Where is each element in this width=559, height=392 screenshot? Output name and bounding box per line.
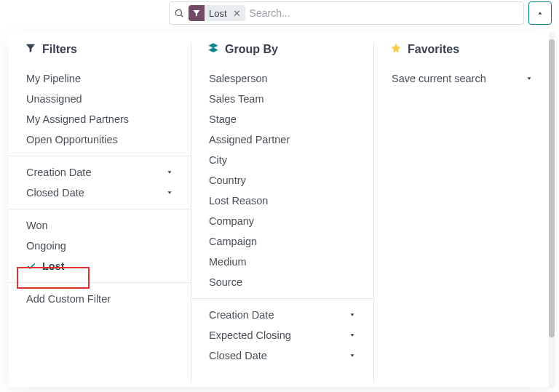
facet-remove-icon[interactable]: ✕ <box>231 9 245 18</box>
search-icon <box>174 8 184 18</box>
filter-my-assigned-partners[interactable]: My Assigned Partners <box>25 109 175 129</box>
add-custom-filter[interactable]: Add Custom Filter <box>25 289 175 309</box>
groupby-country[interactable]: Country <box>207 170 357 191</box>
svg-line-1 <box>181 15 183 17</box>
svg-point-0 <box>175 9 181 15</box>
collapse-search-panel-button[interactable] <box>528 1 552 25</box>
filter-my-pipeline[interactable]: My Pipeline <box>25 68 175 89</box>
search-input[interactable] <box>250 7 519 19</box>
search-facet-lost[interactable]: Lost ✕ <box>189 5 245 21</box>
search-bar[interactable]: Lost ✕ <box>169 1 524 25</box>
groupby-city[interactable]: City <box>207 150 357 170</box>
groupby-expected-closing[interactable]: Expected Closing <box>207 325 357 345</box>
divider <box>9 282 191 283</box>
favorites-header: Favorites <box>390 41 534 58</box>
scrollbar[interactable] <box>547 31 555 387</box>
chevron-down-icon <box>166 187 173 199</box>
search-options-panel: Filters My Pipeline Unassigned My Assign… <box>9 31 550 387</box>
filter-icon <box>25 42 36 57</box>
filter-won[interactable]: Won <box>25 215 175 236</box>
groupby-creation-date[interactable]: Creation Date <box>207 305 357 325</box>
groupby-medium[interactable]: Medium <box>207 252 357 272</box>
groupby-company[interactable]: Company <box>207 211 357 231</box>
groupby-lost-reason[interactable]: Lost Reason <box>207 191 357 211</box>
star-icon <box>390 42 402 57</box>
chevron-down-icon <box>349 350 356 361</box>
groupby-assigned-partner[interactable]: Assigned Partner <box>207 129 357 150</box>
groupby-column: Group By Salesperson Sales Team Stage As… <box>191 41 373 387</box>
filters-column: Filters My Pipeline Unassigned My Assign… <box>9 41 191 387</box>
divider <box>191 298 373 299</box>
divider <box>9 209 191 209</box>
groupby-salesperson[interactable]: Salesperson <box>207 68 357 89</box>
groupby-sales-team[interactable]: Sales Team <box>207 89 357 109</box>
chevron-down-icon <box>349 329 356 341</box>
chevron-down-icon <box>349 309 356 321</box>
groupby-stage[interactable]: Stage <box>207 109 357 129</box>
check-icon <box>26 261 36 271</box>
filters-header: Filters <box>25 41 175 58</box>
groupby-source[interactable]: Source <box>207 272 357 292</box>
groupby-header: Group By <box>207 41 357 58</box>
facet-label: Lost <box>205 8 231 19</box>
layers-icon <box>207 42 219 57</box>
filter-ongoing[interactable]: Ongoing <box>25 236 175 256</box>
groupby-closed-date[interactable]: Closed Date <box>207 345 357 366</box>
divider <box>9 156 191 156</box>
chevron-down-icon <box>166 167 173 178</box>
save-current-search[interactable]: Save current search <box>390 68 534 89</box>
filter-icon <box>189 5 205 21</box>
filter-open-opportunities[interactable]: Open Opportunities <box>25 129 175 150</box>
filter-creation-date[interactable]: Creation Date <box>25 162 175 183</box>
filter-unassigned[interactable]: Unassigned <box>25 89 175 109</box>
filter-closed-date[interactable]: Closed Date <box>25 183 175 203</box>
groupby-campaign[interactable]: Campaign <box>207 231 357 252</box>
chevron-down-icon <box>526 73 533 84</box>
favorites-column: Favorites Save current search <box>374 41 550 387</box>
filter-lost[interactable]: Lost <box>25 256 175 276</box>
